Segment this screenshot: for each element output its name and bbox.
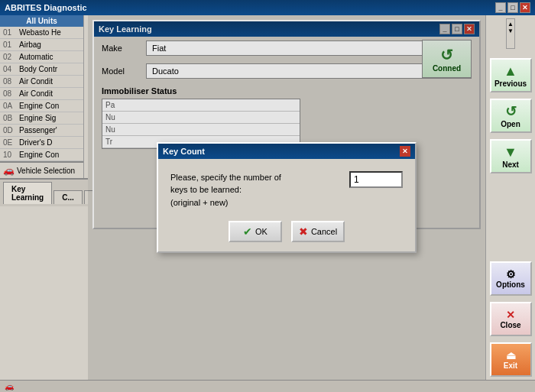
next-icon: ▼ [504,144,517,160]
right-panel: ▲ ▼ ▲ Previous ↺ Open ▼ Next ⚙ Options ✕ [485,15,535,380]
sidebar-item-engine10[interactable]: 10 Engine Con [0,149,83,161]
exit-icon: ⏏ [506,349,516,361]
sidebar-item-passenger[interactable]: 0D Passenger' [0,125,83,137]
key-count-input[interactable] [349,171,403,188]
left-panel: All Units 01 Webasto He 01 Airbag 02 Aut… [0,15,88,380]
open-button[interactable]: ↺ Open [490,99,532,133]
tab-key-learning[interactable]: Key Learning [3,182,52,204]
close-button[interactable]: ✕ [520,2,530,13]
sidebar-item-engine0b[interactable]: 0B Engine Sig [0,112,83,125]
center-panel: Key Learning _ □ ✕ Make Fiat ↺ [88,15,485,380]
vehicle-selection-label: Vehicle Selection [17,167,75,175]
sidebar-item-automatic[interactable]: 02 Automatic [0,51,83,63]
status-vehicle-icon: 🚗 [5,382,14,390]
check-icon: ✔ [243,225,252,238]
options-icon: ⚙ [506,268,516,280]
app-window: ABRITES Diagnostic _ □ ✕ All Units 01 We… [0,0,535,392]
sidebar-item-driver[interactable]: 0E Driver's D [0,137,83,149]
previous-icon: ▲ [504,63,517,79]
dialog-content: Please, specify the number of keys to be… [158,159,415,217]
key-count-dialog: Key Count ✕ Please, specify the number o… [157,142,417,254]
sidebar-item-air2[interactable]: 08 Air Condit [0,88,83,100]
title-controls: _ □ ✕ [495,2,530,13]
dialog-buttons: ✔ OK ✖ Cancel [158,216,415,251]
vehicle-icon: 🚗 [3,165,15,176]
cancel-button[interactable]: ✖ Cancel [291,221,345,242]
dialog-title-bar: Key Count ✕ [158,144,415,159]
x-icon: ✖ [299,225,308,238]
minimize-button[interactable]: _ [495,2,506,13]
dialog-title-text: Key Count [163,147,205,156]
app-title: ABRITES Diagnostic [5,3,87,12]
ok-button[interactable]: ✔ OK [229,221,282,242]
previous-button[interactable]: ▲ Previous [490,58,532,92]
tab-c[interactable]: C... [54,190,83,204]
dialog-message: Please, specify the number of keys to be… [170,171,337,209]
title-bar: ABRITES Diagnostic _ □ ✕ [0,0,535,15]
tab-area: Key Learning C... Calibr... [0,178,88,206]
sidebar-item-engine0a[interactable]: 0A Engine Con [0,100,83,112]
vehicle-selection[interactable]: 🚗 Vehicle Selection [0,161,83,178]
scrollbar-up[interactable]: ▲ ▼ [506,18,515,49]
sidebar-item-air1[interactable]: 08 Air Condit [0,76,83,88]
dialog-close-button[interactable]: ✕ [400,146,410,157]
app-body: All Units 01 Webasto He 01 Airbag 02 Aut… [0,15,535,380]
next-button[interactable]: ▼ Next [490,139,532,173]
close-right-icon: ✕ [506,309,515,321]
options-button[interactable]: ⚙ Options [490,261,532,296]
open-icon: ↺ [505,103,517,120]
sidebar-header: All Units [0,15,83,27]
maximize-button[interactable]: □ [507,2,518,13]
exit-button[interactable]: ⏏ Exit [490,342,532,377]
dialog-overlay: Key Count ✕ Please, specify the number o… [88,15,485,380]
sidebar: All Units 01 Webasto He 01 Airbag 02 Aut… [0,15,84,178]
sidebar-item-webasto[interactable]: 01 Webasto He [0,27,83,39]
close-right-button[interactable]: ✕ Close [490,302,532,336]
status-bar: 🚗 [0,380,535,392]
sidebar-item-body[interactable]: 04 Body Contr [0,63,83,76]
sidebar-item-airbag[interactable]: 01 Airbag [0,39,83,51]
